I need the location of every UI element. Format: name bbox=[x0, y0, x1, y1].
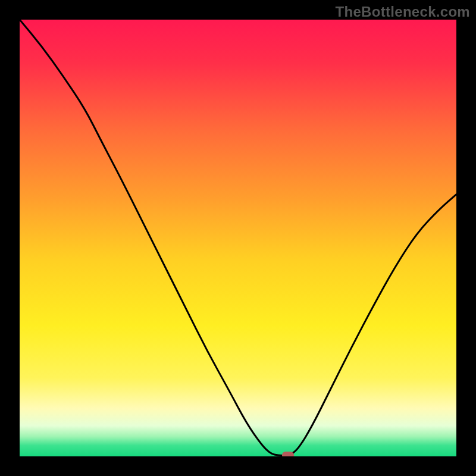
plot-svg bbox=[20, 20, 456, 456]
optimal-marker bbox=[282, 452, 294, 456]
watermark-text: TheBottleneck.com bbox=[336, 4, 470, 20]
plot-area bbox=[20, 20, 456, 456]
chart-frame: TheBottleneck.com bbox=[0, 0, 476, 476]
gradient-background bbox=[20, 20, 456, 456]
